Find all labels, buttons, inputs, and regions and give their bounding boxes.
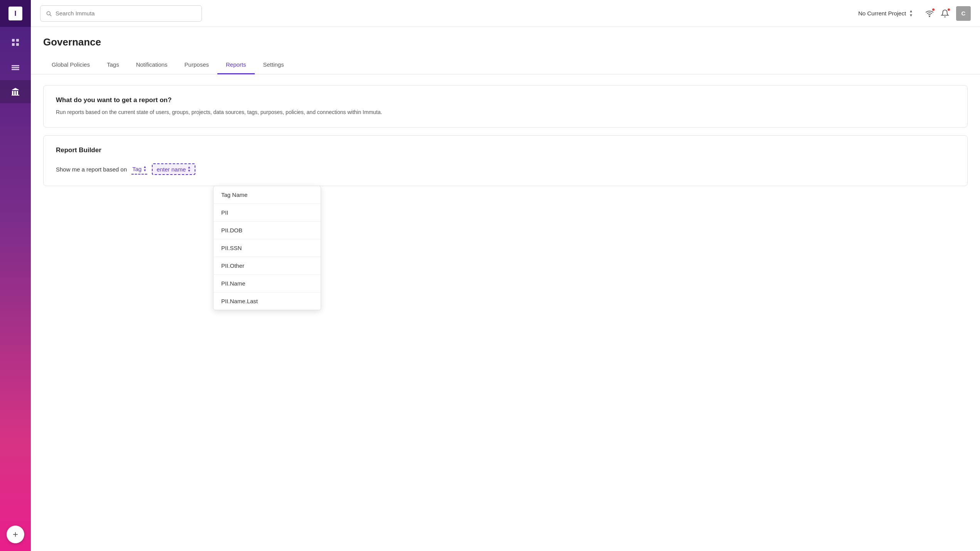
dropdown-item-pii-other[interactable]: PII.Other — [213, 257, 321, 275]
type-selector-arrows: ▲▼ — [143, 165, 146, 172]
type-selector-value: Tag — [132, 166, 141, 172]
sidebar-logo[interactable]: I — [0, 0, 31, 27]
svg-rect-3 — [16, 43, 19, 46]
wifi-icon-btn[interactable] — [925, 9, 934, 18]
dropdown-item-pii-ssn[interactable]: PII.SSN — [213, 239, 321, 257]
data-sources-icon — [11, 38, 20, 47]
dropdown-item-pii-name[interactable]: PII.Name — [213, 275, 321, 292]
project-arrows: ▲▼ — [909, 9, 913, 17]
svg-rect-6 — [12, 69, 19, 70]
info-card-description: Run reports based on the current state o… — [56, 108, 955, 116]
wifi-badge — [931, 8, 935, 12]
projects-icon — [11, 62, 20, 72]
info-card: What do you want to get a report on? Run… — [43, 85, 968, 128]
tag-name-dropdown: Tag Name PII PII.DOB PII.SSN PII.Other P… — [213, 186, 321, 310]
report-builder-card: Report Builder Show me a report based on… — [43, 135, 968, 186]
svg-point-9 — [929, 16, 930, 17]
report-label: Show me a report based on — [56, 166, 127, 173]
project-selector[interactable]: No Current Project ▲▼ — [858, 9, 913, 17]
name-selector[interactable]: enter name ▲▼ — [152, 163, 195, 175]
header: No Current Project ▲▼ C — [31, 0, 980, 27]
tab-tags[interactable]: Tags — [98, 56, 128, 74]
governance-icon — [11, 87, 20, 96]
content-body: What do you want to get a report on? Run… — [31, 74, 980, 197]
tab-notifications[interactable]: Notifications — [128, 56, 176, 74]
svg-rect-1 — [16, 39, 19, 42]
search-input[interactable] — [55, 10, 196, 17]
avatar[interactable]: C — [956, 6, 971, 21]
project-label: No Current Project — [858, 10, 906, 17]
svg-rect-2 — [12, 43, 15, 46]
info-card-title: What do you want to get a report on? — [56, 96, 955, 104]
tab-settings[interactable]: Settings — [255, 56, 292, 74]
type-selector[interactable]: Tag ▲▼ — [131, 164, 147, 175]
content-area: Governance Global Policies Tags Notifica… — [31, 27, 980, 551]
svg-rect-0 — [12, 39, 15, 42]
notification-icon-btn[interactable] — [941, 9, 949, 18]
tabs-nav: Global Policies Tags Notifications Purpo… — [31, 56, 980, 74]
svg-rect-4 — [12, 65, 19, 66]
dropdown-item-pii-name-last[interactable]: PII.Name.Last — [213, 292, 321, 310]
name-selector-value: enter name — [156, 166, 186, 173]
report-builder-title: Report Builder — [56, 146, 955, 154]
logo-icon: I — [8, 7, 22, 20]
sidebar-item-projects[interactable] — [0, 55, 31, 79]
name-selector-arrows: ▲▼ — [187, 166, 191, 173]
sidebar: I + — [0, 0, 31, 551]
tab-reports[interactable]: Reports — [217, 56, 255, 74]
svg-rect-5 — [12, 67, 19, 68]
main-content: No Current Project ▲▼ C Governan — [31, 0, 980, 551]
tab-global-policies[interactable]: Global Policies — [43, 56, 98, 74]
page-title: Governance — [43, 36, 968, 48]
search-bar[interactable] — [40, 5, 202, 22]
dropdown-item-tag-name[interactable]: Tag Name — [213, 186, 321, 204]
tab-purposes[interactable]: Purposes — [176, 56, 217, 74]
report-builder-row: Show me a report based on Tag ▲▼ enter n… — [56, 163, 955, 175]
sidebar-nav — [0, 27, 31, 526]
header-icons: C — [925, 6, 971, 21]
svg-line-8 — [50, 14, 51, 15]
search-icon — [46, 10, 52, 17]
sidebar-item-data-sources[interactable] — [0, 31, 31, 54]
dropdown-item-pii[interactable]: PII — [213, 204, 321, 222]
dropdown-item-pii-dob[interactable]: PII.DOB — [213, 222, 321, 239]
add-button[interactable]: + — [7, 526, 24, 543]
notification-badge — [947, 8, 951, 12]
page-header: Governance — [31, 27, 980, 48]
sidebar-item-governance[interactable] — [0, 80, 31, 103]
